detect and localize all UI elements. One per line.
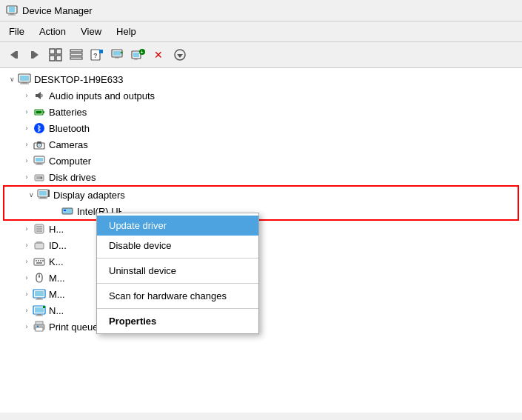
svg-rect-12 [70, 50, 82, 52]
toolbar: ? + ✕ [0, 42, 522, 68]
title-bar-icon [6, 4, 18, 16]
tree-mouse[interactable]: › M... [0, 270, 522, 286]
tree-hid[interactable]: › H... [0, 221, 522, 237]
svg-rect-3 [8, 15, 16, 16]
svg-text:?: ? [93, 52, 98, 59]
bluetooth-label: Bluetooth [49, 123, 90, 134]
expand-icon-ide: › [21, 241, 33, 249]
svg-rect-62 [35, 243, 44, 249]
update-driver-toolbar-button[interactable] [108, 45, 127, 64]
print-label: Print queues [49, 321, 103, 333]
svg-rect-7 [31, 51, 33, 59]
svg-rect-68 [42, 260, 44, 261]
expand-icon-hid: › [21, 225, 33, 233]
cameras-label: Cameras [49, 139, 88, 150]
svg-text:ᛒ: ᛒ [37, 124, 41, 133]
camera-icon [33, 138, 46, 151]
expand-icon-keyboard: › [21, 258, 33, 265]
svg-marker-4 [10, 51, 16, 59]
svg-marker-29 [177, 54, 183, 58]
tree-root[interactable]: ∨ DESKTOP-1H9E633 [0, 71, 522, 87]
expand-icon-audio: › [21, 92, 33, 99]
keyboard-icon [33, 255, 46, 268]
tree-keyboard[interactable]: › K... [0, 253, 522, 270]
svg-rect-85 [37, 326, 39, 327]
svg-rect-59 [36, 226, 42, 227]
svg-rect-80 [36, 315, 43, 316]
tree-disk[interactable]: › Disk drives [0, 169, 522, 185]
show-all-button[interactable] [46, 45, 65, 64]
tree-display-adapters[interactable]: ∨ Display adapters [4, 187, 518, 203]
ide-label: ID... [49, 240, 67, 251]
svg-rect-66 [38, 260, 39, 261]
tree-ide[interactable]: › ID... [0, 237, 522, 253]
svg-rect-47 [36, 164, 43, 165]
expand-icon-network: › [21, 307, 33, 314]
svg-rect-61 [36, 230, 42, 232]
context-properties[interactable]: Properties [97, 311, 258, 331]
tree-batteries[interactable]: › Batteries [0, 104, 522, 120]
context-menu-separator-2 [97, 283, 258, 284]
disk-label: Disk drives [49, 172, 96, 183]
svg-rect-46 [37, 163, 41, 164]
title-bar: Device Manager [0, 0, 522, 21]
svg-rect-69 [36, 262, 42, 264]
add-hardware-button[interactable]: + [129, 45, 148, 64]
tree-network[interactable]: › N... [0, 302, 522, 319]
help-button[interactable]: ? [87, 45, 107, 64]
remove-button[interactable]: ✕ [150, 45, 169, 64]
keyboard-label: K... [49, 256, 64, 267]
svg-rect-45 [36, 158, 43, 161]
menu-help[interactable]: Help [110, 24, 142, 39]
context-update-driver[interactable]: Update driver [97, 216, 258, 236]
svg-rect-9 [56, 49, 61, 54]
hid-icon [33, 222, 46, 236]
back-button[interactable] [4, 45, 24, 64]
tree-cameras[interactable]: › Cameras [0, 136, 522, 153]
tree-audio[interactable]: › Audio inputs and outputs [0, 87, 522, 104]
menu-view[interactable]: View [75, 24, 107, 39]
svg-rect-63 [36, 241, 42, 244]
forward-button[interactable] [25, 45, 44, 64]
svg-rect-76 [36, 299, 43, 299]
svg-rect-19 [113, 51, 121, 56]
context-menu: Update driver Disable device Uninstall d… [96, 213, 259, 334]
tree-print[interactable]: › Print queues [0, 319, 522, 335]
svg-rect-81 [43, 306, 45, 308]
context-disable-device[interactable]: Disable device [97, 236, 258, 256]
svg-point-43 [39, 144, 41, 147]
tree-intel-gpu[interactable]: Intel(R) UHD Graphics 630 [4, 203, 518, 219]
context-scan-hardware[interactable]: Scan for hardware changes [97, 286, 258, 306]
svg-rect-56 [62, 208, 73, 214]
tree-bluetooth[interactable]: › ᛒ Bluetooth [0, 120, 522, 136]
svg-marker-34 [36, 92, 41, 99]
tree-computer[interactable]: › Computer [0, 153, 522, 169]
svg-rect-31 [20, 76, 29, 81]
svg-rect-67 [40, 260, 41, 261]
context-uninstall-device[interactable]: Uninstall device [97, 261, 258, 281]
expand-icon-mouse: › [21, 274, 33, 281]
list-view-button[interactable] [67, 45, 86, 64]
menu-action[interactable]: Action [33, 24, 72, 39]
svg-rect-23 [133, 53, 139, 57]
computer-tree-icon [33, 154, 46, 167]
expand-icon-display: ∨ [25, 191, 37, 199]
title-bar-title: Device Manager [22, 5, 93, 16]
svg-text:✕: ✕ [154, 49, 163, 61]
tree-monitor[interactable]: › M... [0, 286, 522, 302]
display-adapters-label: Display adapters [53, 190, 125, 201]
expand-icon-bluetooth: › [21, 124, 33, 132]
computer-label: Computer [49, 156, 91, 167]
expand-icon-disk: › [21, 173, 33, 181]
svg-rect-11 [56, 56, 61, 61]
print-icon [33, 320, 46, 333]
ide-icon [33, 239, 46, 252]
svg-rect-79 [37, 314, 41, 316]
svg-rect-33 [20, 84, 29, 84]
network-label: N... [49, 305, 64, 316]
svg-rect-78 [35, 307, 44, 313]
menu-file[interactable]: File [3, 24, 30, 39]
svg-marker-6 [33, 51, 39, 59]
svg-text:+: + [141, 50, 144, 55]
scan-button[interactable] [170, 45, 190, 64]
